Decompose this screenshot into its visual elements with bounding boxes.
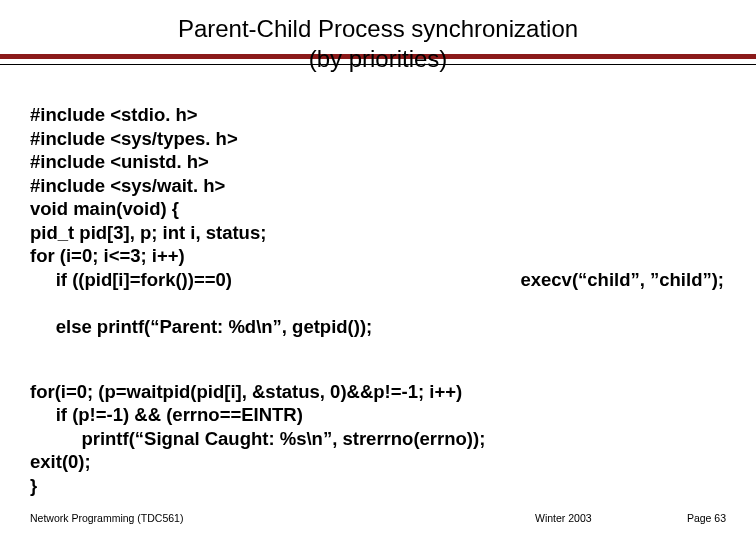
code-line: #include <sys/wait. h> bbox=[30, 175, 225, 196]
slide-title: Parent-Child Process synchronization (by… bbox=[30, 14, 726, 74]
footer-center: Winter 2003 bbox=[535, 512, 592, 524]
footer-right: Page 63 bbox=[687, 512, 726, 524]
footer-left: Network Programming (TDC561) bbox=[30, 512, 183, 524]
code-line-split: if ((pid[i]=fork())==0)execv(“child”, ”c… bbox=[30, 268, 726, 291]
footer: Network Programming (TDC561) Winter 2003… bbox=[30, 512, 726, 524]
code-line: printf(“Signal Caught: %s\n”, strerrno(e… bbox=[30, 428, 485, 449]
slide: Parent-Child Process synchronization (by… bbox=[0, 0, 756, 540]
code-line: #include <unistd. h> bbox=[30, 151, 209, 172]
code-line: #include <sys/types. h> bbox=[30, 128, 238, 149]
code-line: for (i=0; i<=3; i++) bbox=[30, 245, 185, 266]
title-line-2: (by priorities) bbox=[30, 44, 726, 74]
code-fragment-left: if ((pid[i]=fork())==0) bbox=[30, 268, 232, 291]
code-line: pid_t pid[3], p; int i, status; bbox=[30, 222, 266, 243]
code-line: #include <stdio. h> bbox=[30, 104, 198, 125]
code-block-2: for(i=0; (p=waitpid(pid[i], &status, 0)&… bbox=[30, 356, 726, 497]
code-line: if (p!=-1) && (errno==EINTR) bbox=[30, 404, 303, 425]
code-line: void main(void) { bbox=[30, 198, 179, 219]
code-line: exit(0); bbox=[30, 451, 91, 472]
code-block-1: #include <stdio. h> #include <sys/types.… bbox=[30, 80, 726, 338]
title-area: Parent-Child Process synchronization (by… bbox=[30, 14, 726, 74]
code-line: for(i=0; (p=waitpid(pid[i], &status, 0)&… bbox=[30, 381, 462, 402]
code-fragment-right: execv(“child”, ”child”); bbox=[520, 268, 726, 291]
code-line: else printf(“Parent: %d\n”, getpid()); bbox=[30, 316, 372, 337]
title-line-1: Parent-Child Process synchronization bbox=[174, 14, 582, 44]
code-line: } bbox=[30, 475, 37, 496]
